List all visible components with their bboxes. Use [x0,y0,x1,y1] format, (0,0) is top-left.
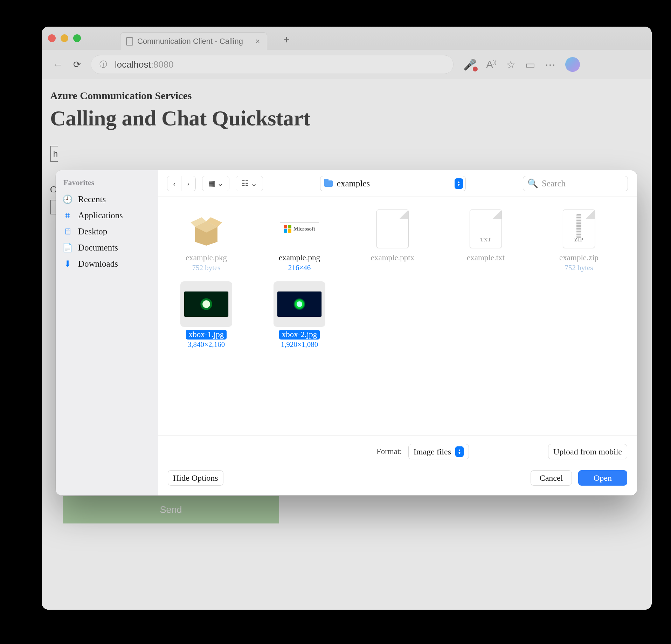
tab-title: Communication Client - Calling [137,37,243,46]
folder-icon [324,180,333,187]
sidebar-item-label: Downloads [78,259,118,269]
format-popup[interactable]: Image files ▲▼ [408,444,469,459]
tab-close-icon[interactable]: × [255,37,260,46]
file-name: example.png [276,253,323,263]
file-name: xbox-1.jpg [186,330,227,340]
address-port: :8080 [151,59,174,70]
page-title: Calling and Chat Quickstart [50,106,643,131]
file-name: example.pptx [368,253,417,263]
hide-options-button[interactable]: Hide Options [168,470,223,486]
browser-tabbar: Communication Client - Calling × ＋ [42,27,652,50]
sidebar-item-downloads[interactable]: ⬇Downloads [56,256,158,272]
sidebar-item-applications[interactable]: ⌗Applications [56,207,158,224]
page-icon [126,37,133,46]
upload-from-mobile-button[interactable]: Upload from mobile [548,444,627,459]
folder-disclosure-icon: ▲▼ [455,178,463,189]
partial-label: C [50,184,56,195]
window-close-dot[interactable] [48,34,56,42]
group-button[interactable]: ☷ ⌄ [236,176,263,191]
address-host: localhost [115,59,151,70]
file-name: xbox-2.jpg [279,330,320,340]
browser-toolbar: ← ⟳ ⓘ localhost:8080 🎤 A)) ☆ ▭ ⋯ [42,50,652,79]
open-button[interactable]: Open [578,470,627,486]
file-meta: 1,920×1,080 [281,340,318,349]
clock-icon: 🕘 [63,194,72,204]
back-button[interactable]: ← [52,58,63,71]
file-thumbnail: ZIP [556,210,601,248]
search-placeholder: Search [542,179,566,189]
file-item[interactable]: xbox-2.jpg 1,920×1,080 [256,281,343,349]
apps-icon: ⌗ [63,211,72,220]
file-name: example.txt [464,253,507,263]
file-thumbnail [277,285,322,323]
sidebar-item-documents[interactable]: 📄Documents [56,240,158,256]
file-meta: 752 bytes [565,263,593,272]
sidebar-section-header: Favorites [56,177,158,191]
window-zoom-dot[interactable] [73,34,81,42]
reload-button[interactable]: ⟳ [73,59,81,70]
format-value: Image files [414,447,451,457]
file-name: example.pkg [183,253,230,263]
file-meta: 3,840×2,160 [188,340,225,349]
window-minimize-dot[interactable] [61,34,68,42]
collections-icon[interactable]: ▭ [525,59,535,71]
desktop-icon: 🖥 [63,227,72,237]
format-label: Format: [376,447,402,456]
file-name: example.zip [556,253,601,263]
browser-tab[interactable]: Communication Client - Calling × [120,32,267,50]
file-thumbnail [184,210,229,248]
nav-history: ‹ › [167,176,196,191]
address-bar[interactable]: ⓘ localhost:8080 [91,55,454,74]
copilot-icon[interactable] [565,57,580,72]
sidebar-item-desktop[interactable]: 🖥Desktop [56,224,158,240]
view-icons-button[interactable]: ▦ ⌄ [202,176,229,191]
window-traffic-lights [48,34,81,42]
folder-popup[interactable]: examples ▲▼ [320,176,466,191]
file-thumbnail [184,285,229,323]
read-aloud-icon[interactable]: A)) [486,59,496,70]
sidebar-item-label: Applications [78,211,123,220]
cancel-button[interactable]: Cancel [531,470,572,486]
file-grid[interactable]: example.pkg 752 bytes Microsoft example.… [158,197,637,436]
file-item[interactable]: xbox-1.jpg 3,840×2,160 [163,281,250,349]
dialog-search-input[interactable]: 🔍 Search [523,176,628,191]
file-open-dialog: Favorites 🕘Recents⌗Applications🖥Desktop📄… [56,170,637,495]
format-disclosure-icon: ▲▼ [455,446,464,457]
file-thumbnail [370,210,415,248]
page-subtitle: Azure Communication Services [50,90,643,102]
sidebar-item-recents[interactable]: 🕘Recents [56,191,158,207]
partial-input[interactable]: h [50,146,58,162]
sidebar-item-label: Recents [78,194,106,204]
view-switch-icons: ▦ ⌄ [202,176,230,191]
new-tab-button[interactable]: ＋ [281,32,292,47]
nav-forward-button[interactable]: › [181,176,195,191]
file-item: ZIP example.zip 752 bytes [535,207,622,272]
site-info-icon[interactable]: ⓘ [99,59,107,70]
file-item: example.pkg 752 bytes [163,207,250,272]
send-button[interactable]: Send [63,496,279,523]
file-item: TXT example.txt [442,207,529,272]
file-meta: 216×46 [288,263,311,272]
search-icon: 🔍 [527,178,538,189]
dialog-toolbar: ‹ › ▦ ⌄ ☷ ⌄ examples ▲▼ [158,170,637,197]
favorite-star-icon[interactable]: ☆ [506,59,516,71]
dialog-sidebar: Favorites 🕘Recents⌗Applications🖥Desktop📄… [56,170,158,495]
file-thumbnail: TXT [463,210,508,248]
group-switch: ☷ ⌄ [236,176,263,191]
mic-icon[interactable]: 🎤 [463,59,476,71]
more-icon[interactable]: ⋯ [545,59,555,71]
file-item: example.pptx [349,207,436,272]
doc-icon: 📄 [63,243,72,253]
sidebar-item-label: Documents [78,243,118,253]
nav-back-button[interactable]: ‹ [167,176,181,191]
sidebar-item-label: Desktop [78,227,107,237]
file-meta: 752 bytes [192,263,220,272]
current-folder-name: examples [337,179,370,189]
download-icon: ⬇ [63,259,72,269]
file-item[interactable]: Microsoft example.png 216×46 [256,207,343,272]
file-thumbnail: Microsoft [277,210,322,248]
